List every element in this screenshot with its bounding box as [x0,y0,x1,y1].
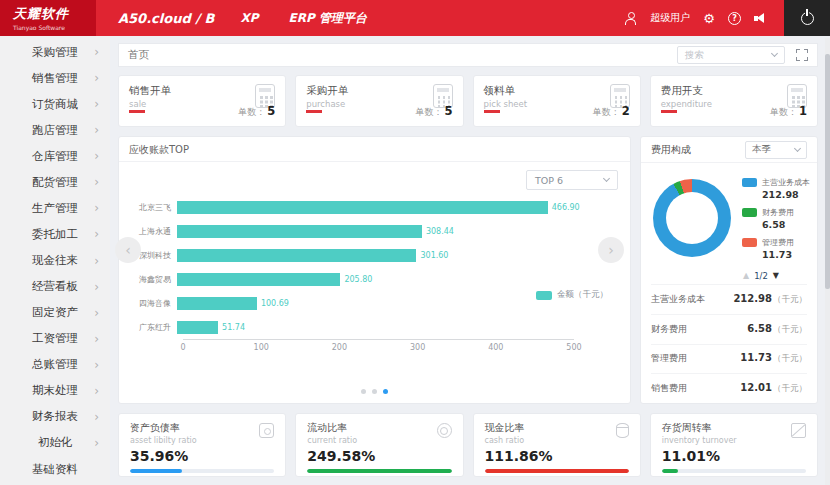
main-area: 采购管理›销售管理›订货商城›跑店管理›仓库管理›配货管理›生产管理›委托加工›… [0,36,830,485]
chevron-right-icon: › [94,281,99,293]
sidebar-item-6[interactable]: 配货管理› [0,169,110,195]
sidebar-item-16[interactable]: 初始化› [0,430,110,456]
kpi-count: 单数：2 [593,104,630,119]
bar[interactable] [177,297,257,310]
erp-app: 天耀软件 Tianyao Software A50.cloud / B XP E… [0,0,830,485]
metric-progress-track [485,469,629,473]
search-input[interactable]: 搜索 [677,46,785,64]
expense-value: 12.01（千元） [740,382,807,395]
sidebar-item-1[interactable]: 采购管理› [0,39,110,65]
legend-label: 管理费用 [762,237,794,248]
metric-title: 资产负债率 [130,421,274,435]
chevron-right-icon: › [94,437,99,449]
bar[interactable] [177,249,416,262]
chevron-right-icon: › [94,124,99,136]
kpi-count-value: 5 [444,104,452,118]
product-name: A50.cloud / B [118,11,214,26]
logout-button[interactable] [784,0,830,36]
bar-row: 海鑫贸易205.80 [129,267,620,291]
chevron-down-icon [603,175,610,182]
carousel-next-button[interactable]: › [598,237,624,263]
platform-name: ERP 管理平台 [289,10,367,27]
metric-card[interactable]: 流动比率current ratio249.58% [295,413,463,477]
scrollbar-thumb[interactable] [825,54,830,289]
bar[interactable] [177,273,340,286]
kpi-card[interactable]: 领料单pick sheet单数：2 [473,75,641,127]
fullscreen-icon[interactable] [796,49,808,61]
kpi-card[interactable]: 费用开支expenditure单数：1 [650,75,818,127]
sidebar-item-label: 生产管理 [32,201,78,216]
pager-up-icon[interactable]: ▲ [743,271,749,280]
bar-category-label: 四海音像 [129,298,177,309]
bar[interactable] [177,225,422,238]
kpi-bottom: 单数：2 [484,104,630,119]
pager-down-icon[interactable]: ▼ [773,271,779,280]
sidebar-item-12[interactable]: 工资管理› [0,326,110,352]
legend-label: 金额（千元） [557,289,608,301]
metric-progress-fill [662,469,678,473]
expense-label: 管理费用 [651,352,687,365]
legend-text: 管理费用11.73 [762,237,794,260]
metric-card[interactable]: 存货周转率inventory turnover11.01% [650,413,818,477]
receivables-chart-panel: 应收账款TOP TOP 6 北京三飞466.90上海永通308.44深圳科技30… [118,136,631,404]
user-icon[interactable] [624,12,637,25]
charts-row: 应收账款TOP TOP 6 北京三飞466.90上海永通308.44深圳科技30… [118,136,818,404]
sidebar-item-3[interactable]: 订货商城› [0,91,110,117]
donut-legend: 主营业务成本212.98财务费用6.58管理费用11.73 [742,177,810,260]
bar[interactable] [177,321,218,334]
donut-legend-item[interactable]: 主营业务成本212.98 [742,177,810,200]
metric-card[interactable]: 现金比率cash ratio111.86% [473,413,641,477]
sidebar-item-4[interactable]: 跑店管理› [0,117,110,143]
chevron-right-icon: › [94,359,99,371]
expense-value: 6.58（千元） [747,323,807,336]
red-dash [306,110,322,113]
red-dash [484,110,500,113]
scale-icon [259,423,274,438]
carousel-dot[interactable] [372,389,377,394]
sidebar-item-10[interactable]: 经营看板› [0,274,110,300]
scrollbar[interactable] [825,38,830,485]
metric-card[interactable]: 资产负债率asset libilty ratio35.96% [118,413,286,477]
sidebar-item-15[interactable]: 财务报表› [0,404,110,430]
x-axis: 0100200300400500 [183,339,574,353]
top-n-select[interactable]: TOP 6 [526,170,618,190]
bar[interactable] [177,201,548,214]
settings-icon[interactable] [703,12,715,25]
announcement-icon[interactable] [754,12,768,25]
kpi-card[interactable]: 采购开单purchase单数：5 [295,75,463,127]
sidebar-item-label: 订货商城 [32,97,78,112]
carousel-prev-button[interactable]: ‹ [115,237,141,263]
sidebar-item-2[interactable]: 销售管理› [0,65,110,91]
carousel-dot[interactable] [361,389,366,394]
user-name[interactable]: 超级用户 [650,11,690,25]
chevron-right-icon: › [94,72,99,84]
metric-progress-track [130,469,274,473]
metric-progress-track [662,469,806,473]
metric-progress-track [307,469,451,473]
period-select[interactable]: 本季 [745,141,807,159]
logo-title: 天耀软件 [13,5,96,23]
sidebar-item-label: 销售管理 [32,71,78,86]
sidebar-item-9[interactable]: 现金往来› [0,248,110,274]
kpi-count: 单数：5 [238,104,275,119]
sidebar-item-5[interactable]: 仓库管理› [0,143,110,169]
donut-legend-item[interactable]: 管理费用11.73 [742,237,810,260]
chevron-right-icon: › [94,333,99,345]
sidebar-item-7[interactable]: 生产管理› [0,195,110,221]
sidebar-item-label: 基础资料 [32,462,78,477]
kpi-bottom: 单数：1 [661,104,807,119]
donut-legend-item[interactable]: 财务费用6.58 [742,207,810,230]
carousel-dot[interactable] [383,389,388,394]
sidebar-item-14[interactable]: 期末处理› [0,378,110,404]
sidebar-item-8[interactable]: 委托加工› [0,221,110,247]
app-logo[interactable]: 天耀软件 Tianyao Software [0,0,96,36]
kpi-card[interactable]: 销售开单sale单数：5 [118,75,286,127]
expense-list-row: 管理费用11.73（千元） [651,344,807,374]
help-icon[interactable] [728,12,741,25]
sidebar-item-13[interactable]: 总账管理› [0,352,110,378]
cash-icon [616,423,629,438]
breadcrumb[interactable]: 首页 [128,48,149,62]
sidebar-item-11[interactable]: 固定资产› [0,300,110,326]
sidebar-item-17[interactable]: 基础资料 [0,456,110,482]
sidebar-item-label: 工资管理 [32,331,78,346]
